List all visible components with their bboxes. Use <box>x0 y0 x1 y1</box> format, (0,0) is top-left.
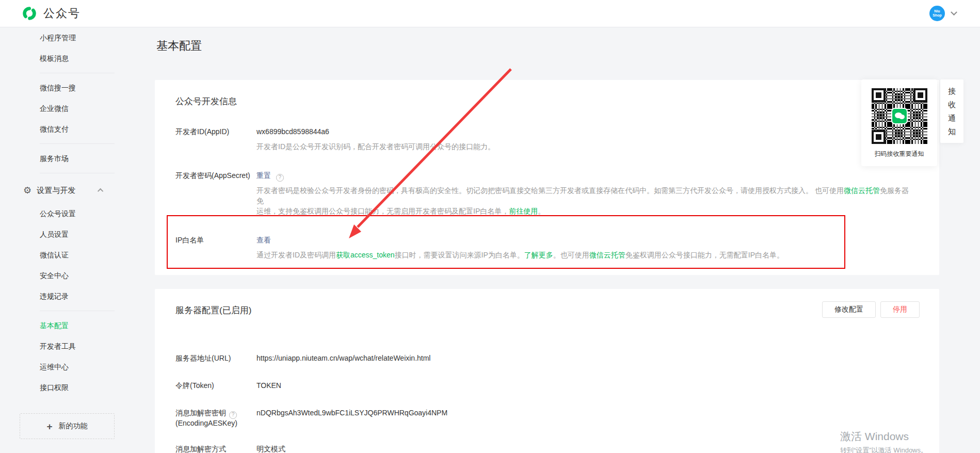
appid-label: 开发者ID(AppID) <box>175 126 256 152</box>
appsecret-desc-text: 。 <box>538 207 545 215</box>
developer-info-heading: 公众号开发信息 <box>155 80 939 108</box>
appid-description: 开发者ID是公众号开发识别码，配合开发者密码可调用公众号的接口能力。 <box>256 141 915 152</box>
app-title: 公众号 <box>43 6 81 21</box>
sidebar-group-label: 设置与开发 <box>37 186 75 196</box>
appid-value: wx6899bcd8598844a6 <box>256 126 915 137</box>
encrypt-mode-label: 消息加解密方式 <box>175 444 256 453</box>
gear-icon: ⚙ <box>23 186 31 195</box>
learn-more-link[interactable]: 了解更多 <box>524 251 553 259</box>
cloudbase-link[interactable]: 微信云托管 <box>844 186 880 195</box>
qr-notify-panel: 扫码接收重要通知 <box>861 79 937 166</box>
disable-button[interactable]: 停用 <box>880 301 920 318</box>
server-config-actions: 修改配置 停用 <box>822 301 920 318</box>
encrypt-mode-row: 消息加解密方式 明文模式 <box>155 444 939 453</box>
receive-notify-label: 接收通知 <box>948 85 956 143</box>
sidebar-item-basic-config[interactable]: 基本配置 <box>0 315 144 336</box>
sidebar-item-service-market[interactable]: 服务市场 <box>0 148 144 169</box>
account-avatar[interactable]: Niu Shop <box>929 6 945 21</box>
token-label: 令牌(Token) <box>175 380 256 391</box>
server-url-row: 服务器地址(URL) https://uniapp.niuteam.cn/wap… <box>155 353 939 363</box>
sidebar-divider <box>40 311 115 311</box>
new-feature-button[interactable]: + 新的功能 <box>20 413 115 439</box>
ip-desc-text: 接口时，需要设置访问来源IP为白名单。 <box>395 251 524 259</box>
sidebar-item-violation-record[interactable]: 违规记录 <box>0 286 144 306</box>
modify-config-button[interactable]: 修改配置 <box>822 301 876 318</box>
sidebar-item-wechat-search[interactable]: 微信搜一搜 <box>0 77 144 98</box>
appsecret-desc-text: 开发者密码是校验公众号开发者身份的密码，具有极高的安全性。切记勿把密码直接交给第… <box>256 186 844 195</box>
sidebar-divider <box>40 73 115 73</box>
cloudbase-link[interactable]: 微信云托管 <box>589 251 625 259</box>
server-url-value: https://uniapp.niuteam.cn/wap/wchat/rela… <box>256 353 915 363</box>
appsecret-desc-text: 运维，支持免鉴权调用公众号接口能力，无需启用开发者密码及配置IP白名单， <box>256 207 509 215</box>
ip-whitelist-row: IP白名单 查看 通过开发者ID及密码调用获取access_token接口时，需… <box>155 235 939 260</box>
help-icon[interactable]: ? <box>229 411 237 419</box>
appsecret-label: 开发者密码(AppSecret) <box>175 170 256 216</box>
sidebar-item-security-center[interactable]: 安全中心 <box>0 265 144 286</box>
server-url-label: 服务器地址(URL) <box>175 353 256 363</box>
receive-notify-tab[interactable]: 接收通知 <box>940 79 963 143</box>
qr-caption: 扫码接收重要通知 <box>861 150 937 158</box>
appsecret-row: 开发者密码(AppSecret) 重置 ? 开发者密码是校验公众号开发者身份的密… <box>155 170 939 216</box>
ip-desc-text: 。也可使用 <box>553 251 589 259</box>
server-config-heading: 服务器配置(已启用) <box>155 289 939 317</box>
appsecret-description: 开发者密码是校验公众号开发者身份的密码，具有极高的安全性。切记勿把密码直接交给第… <box>256 185 915 216</box>
ip-whitelist-label: IP白名单 <box>175 235 256 260</box>
go-use-link[interactable]: 前往使用 <box>509 207 538 215</box>
appid-row: 开发者ID(AppID) wx6899bcd8598844a6 开发者ID是公众… <box>155 126 939 152</box>
account-menu: Niu Shop <box>929 6 956 21</box>
chevron-up-icon <box>98 188 103 194</box>
sidebar-item-wechat-verify[interactable]: 微信认证 <box>0 245 144 265</box>
top-bar: 公众号 Niu Shop <box>0 0 980 27</box>
sidebar-item-api-permission[interactable]: 接口权限 <box>0 377 144 398</box>
aeskey-label-line2: (EncodingAESKey) <box>175 418 250 428</box>
chevron-down-icon[interactable] <box>951 9 957 15</box>
token-value: TOKEN <box>256 380 915 391</box>
sidebar-item-wechat-pay[interactable]: 微信支付 <box>0 119 144 139</box>
ip-desc-text: 免鉴权调用公众号接口能力，无需配置IP白名单。 <box>625 251 784 259</box>
appsecret-reset-link[interactable]: 重置 <box>256 171 271 180</box>
aeskey-label: 消息加解密密钥? (EncodingAESKey) <box>175 408 256 428</box>
developer-info-card: 公众号开发信息 开发者ID(AppID) wx6899bcd8598844a6 … <box>155 80 939 275</box>
token-row: 令牌(Token) TOKEN <box>155 380 939 391</box>
sidebar-group-settings-dev[interactable]: ⚙ 设置与开发 <box>0 177 144 203</box>
aeskey-row: 消息加解密密钥? (EncodingAESKey) nDQRbgsAh3Wted… <box>155 408 939 428</box>
qr-finder-icon <box>872 130 886 144</box>
sidebar-item-ops-center[interactable]: 运维中心 <box>0 357 144 377</box>
sidebar-item-staff-settings[interactable]: 人员设置 <box>0 224 144 245</box>
sidebar-divider <box>40 173 115 173</box>
qr-finder-icon <box>913 88 927 102</box>
aeskey-value: nDQRbgsAh3WtedL9wbFC1iLSYJQ6PRWHRqGoayi4… <box>256 408 915 418</box>
sidebar-item-template-msg[interactable]: 模板消息 <box>0 48 144 69</box>
sidebar-item-wecom[interactable]: 企业微信 <box>0 98 144 119</box>
aeskey-label-text: 消息加解密密钥 <box>175 409 226 417</box>
sidebar-item-miniprogram[interactable]: 小程序管理 <box>0 27 144 48</box>
brand: 公众号 <box>22 6 81 21</box>
server-config-card: 服务器配置(已启用) 修改配置 停用 服务器地址(URL) https://un… <box>155 289 939 453</box>
ip-desc-text: 通过开发者ID及密码调用 <box>256 251 336 259</box>
ip-whitelist-view-link[interactable]: 查看 <box>256 236 271 244</box>
wechat-oa-logo-icon <box>22 6 37 21</box>
page-title: 基本配置 <box>156 38 202 54</box>
ip-whitelist-description: 通过开发者ID及密码调用获取access_token接口时，需要设置访问来源IP… <box>256 250 915 260</box>
new-feature-label: 新的功能 <box>59 422 88 431</box>
sidebar-item-account-settings[interactable]: 公众号设置 <box>0 203 144 224</box>
help-icon[interactable]: ? <box>276 174 284 182</box>
sidebar-divider <box>40 143 115 144</box>
access-token-link[interactable]: 获取access_token <box>336 251 395 259</box>
wechat-badge-icon <box>891 108 908 124</box>
qr-finder-icon <box>872 88 886 102</box>
encrypt-mode-value: 明文模式 <box>256 444 915 453</box>
qr-code <box>870 86 929 146</box>
sidebar-nav: 小程序管理 模板消息 微信搜一搜 企业微信 微信支付 服务市场 ⚙ 设置与开发 … <box>0 27 144 439</box>
plus-icon: + <box>46 422 52 431</box>
sidebar-item-dev-tools[interactable]: 开发者工具 <box>0 336 144 357</box>
